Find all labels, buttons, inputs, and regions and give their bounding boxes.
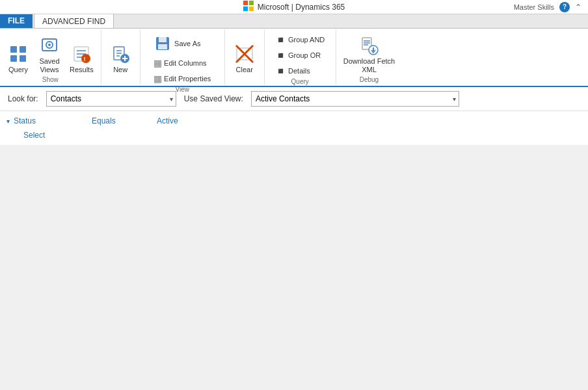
filter-field-link[interactable]: Status [14, 116, 92, 125]
view-group-label: View [175, 86, 189, 94]
help-button[interactable]: ? [559, 2, 570, 12]
saved-views-label: Saved Views [39, 57, 59, 74]
savedview-select[interactable]: Active Contacts All Contacts My Contacts [251, 91, 459, 107]
clear-buttons: Clear [230, 32, 259, 76]
clear-button[interactable]: Clear [230, 42, 259, 76]
group-or-label: Group OR [288, 51, 321, 59]
save-label: Save As [174, 40, 200, 48]
edit-properties-label: Edit Properties [164, 75, 211, 83]
results-label: Results [70, 66, 94, 74]
group-and-label: Group AND [288, 36, 325, 44]
new-group-label: _ [118, 76, 122, 84]
ribbon-debug-group: Download Fetch XML Debug [336, 30, 403, 84]
details-icon: ◾ [275, 66, 286, 76]
savedview-label: Use Saved View: [184, 94, 243, 103]
download-fetch-xml-button[interactable]: Download Fetch XML [340, 33, 399, 76]
ribbon-show-group: Query Saved Views [0, 30, 101, 84]
edit-columns-label: Edit Columns [164, 59, 206, 67]
svg-rect-0 [243, 1, 248, 5]
brand-text: Microsoft | Dynamics 365 [258, 3, 345, 12]
filter-expand-icon[interactable]: ▾ [7, 118, 10, 125]
ribbon-query-group: ◾ Group AND ◾ Group OR ◾ Details Query [265, 30, 336, 84]
svg-text:!: ! [84, 56, 86, 62]
top-bar-right: Master Skills ? ⌃ [514, 2, 581, 12]
app-title: Microsoft | Dynamics 365 [243, 1, 345, 13]
svg-rect-6 [20, 46, 26, 53]
saved-views-icon [39, 35, 60, 56]
clear-group-label: _ [243, 76, 247, 84]
details-button[interactable]: ◾ Details [272, 64, 328, 78]
ms-logo [243, 1, 254, 13]
ribbon-new-group: New _ [101, 30, 140, 84]
debug-group-label: Debug [360, 76, 379, 84]
edit-properties-icon: ▦ [154, 73, 162, 84]
svg-rect-1 [249, 1, 254, 5]
download-fetch-xml-label: Download Fetch XML [343, 57, 395, 74]
edit-columns-button[interactable]: ▦ Edit Columns [150, 56, 214, 70]
debug-buttons: Download Fetch XML [340, 32, 399, 76]
new-icon [110, 44, 131, 64]
clear-label: Clear [236, 66, 253, 74]
details-label: Details [288, 67, 310, 75]
tab-advanced-find[interactable]: ADVANCED FIND [34, 14, 114, 28]
svg-rect-7 [20, 55, 26, 62]
filter-row: ▾ Status Equals Active [0, 114, 588, 128]
saved-views-button[interactable]: Saved Views [35, 33, 64, 76]
lookfor-row: Look for: Contacts Accounts Leads Opport… [0, 87, 588, 111]
svg-rect-26 [158, 44, 167, 49]
lookfor-label: Look for: [8, 94, 38, 103]
group-or-button[interactable]: ◾ Group OR [272, 48, 328, 62]
query-group-label: Query [291, 78, 309, 86]
ribbon-view-group: Save As ▦ Edit Columns ▦ Edit Properties… [140, 30, 225, 84]
svg-rect-25 [159, 37, 167, 42]
query-button[interactable]: Query [4, 42, 33, 76]
new-buttons: New [106, 32, 135, 76]
svg-point-10 [48, 44, 51, 46]
results-icon: ! [71, 44, 92, 64]
lookfor-select[interactable]: Contacts Accounts Leads Opportunities [46, 91, 176, 107]
save-button[interactable]: Save As [150, 32, 214, 55]
filter-value-link[interactable]: Active [157, 116, 178, 125]
new-button[interactable]: New [106, 42, 135, 76]
ribbon-clear-group: Clear _ [225, 30, 265, 84]
query-label: Query [8, 66, 28, 74]
clear-icon [234, 44, 255, 64]
svg-rect-2 [243, 6, 248, 11]
new-label: New [113, 66, 127, 74]
top-bar: Microsoft | Dynamics 365 Master Skills ?… [0, 0, 588, 14]
filter-area: ▾ Status Equals Active Select [0, 111, 588, 145]
svg-rect-5 [10, 55, 17, 62]
savedview-select-wrapper: Active Contacts All Contacts My Contacts [251, 91, 459, 107]
group-or-icon: ◾ [275, 50, 286, 60]
tab-file[interactable]: FILE [0, 14, 33, 28]
svg-point-15 [81, 54, 90, 63]
filter-operator-link[interactable]: Equals [92, 116, 157, 125]
svg-rect-4 [10, 46, 17, 53]
edit-columns-icon: ▦ [154, 58, 162, 68]
edit-properties-button[interactable]: ▦ Edit Properties [150, 72, 214, 86]
ribbon: Query Saved Views [0, 29, 588, 87]
show-group-label: Show [42, 76, 59, 84]
collapse-icon[interactable]: ⌃ [575, 3, 581, 12]
view-buttons: Save As ▦ Edit Columns ▦ Edit Properties [150, 32, 214, 86]
user-name: Master Skills [514, 3, 554, 11]
group-and-button[interactable]: ◾ Group AND [272, 32, 328, 47]
lookfor-select-wrapper: Contacts Accounts Leads Opportunities [46, 91, 176, 107]
download-fetch-xml-icon [358, 35, 379, 56]
group-and-icon: ◾ [275, 34, 286, 45]
query-buttons: ◾ Group AND ◾ Group OR ◾ Details [272, 32, 328, 78]
select-link[interactable]: Select [23, 131, 45, 140]
svg-rect-3 [249, 6, 254, 11]
results-button[interactable]: ! Results [66, 42, 97, 76]
show-buttons: Query Saved Views [4, 32, 97, 76]
tab-bar: FILE ADVANCED FIND [0, 14, 588, 29]
query-icon [8, 44, 29, 64]
save-icon [154, 34, 172, 53]
select-row: Select [0, 128, 588, 142]
